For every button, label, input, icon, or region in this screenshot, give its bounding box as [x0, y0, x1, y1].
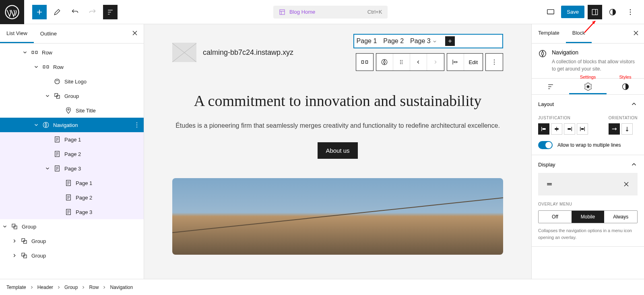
tab-template[interactable]: Template	[532, 24, 566, 43]
subtab-list[interactable]	[532, 79, 569, 94]
breadcrumb-item[interactable]: Template	[6, 285, 26, 290]
tree-page[interactable]: Page 3	[0, 205, 144, 219]
tree-page[interactable]: Page 3	[0, 161, 144, 176]
styles-toggle[interactable]	[605, 5, 620, 19]
nav-add-button[interactable]	[445, 36, 455, 46]
navigation-icon	[41, 121, 51, 129]
breadcrumb-item[interactable]: Header	[37, 285, 53, 290]
svg-rect-2	[547, 9, 554, 14]
tree-navigation[interactable]: Navigation	[0, 118, 144, 132]
overlay-always-button[interactable]: Always	[604, 211, 637, 223]
select-parent-button[interactable]	[376, 54, 393, 71]
breadcrumb-item[interactable]: Row	[89, 285, 99, 290]
svg-rect-11	[47, 66, 49, 68]
svg-point-18	[136, 125, 137, 125]
hero-button[interactable]: About us	[318, 142, 357, 159]
navigation-block[interactable]: Page 1 Page 2 Page 3	[353, 34, 503, 48]
svg-rect-33	[365, 61, 367, 64]
tab-block[interactable]: Block	[566, 24, 592, 43]
nav-item[interactable]: Page 1	[357, 37, 377, 45]
align-button[interactable]	[447, 54, 464, 71]
move-left-button[interactable]	[410, 54, 427, 71]
hero-title[interactable]: A commitment to innovation and sustainab…	[172, 91, 503, 111]
chevron-down-icon	[0, 224, 10, 229]
close-list-view[interactable]	[131, 29, 139, 37]
justify-center-button[interactable]	[551, 123, 562, 135]
tree-label: Group	[22, 224, 36, 230]
more-options-button[interactable]	[623, 5, 638, 19]
justify-right-button[interactable]	[564, 123, 575, 135]
site-title[interactable]: calming-bb7c24.instawp.xyz	[203, 48, 293, 57]
overlay-menu-label: OVERLAY MENU	[538, 202, 638, 206]
svg-point-38	[402, 62, 402, 62]
svg-point-42	[494, 62, 495, 62]
document-title-bar[interactable]: Blog Home Ctrl+K	[273, 6, 388, 19]
list-view-toggle[interactable]	[103, 5, 118, 19]
tree-item-options[interactable]	[133, 121, 140, 129]
edit-tool-button[interactable]	[50, 5, 64, 19]
move-right-button[interactable]	[427, 54, 444, 71]
close-icon	[622, 180, 630, 188]
template-icon	[279, 9, 285, 15]
overlay-mobile-button[interactable]: Mobile	[572, 211, 605, 223]
settings-sidebar-toggle[interactable]	[588, 5, 602, 19]
chevron-right-icon	[10, 238, 19, 244]
svg-rect-14	[57, 96, 60, 99]
justify-left-button[interactable]	[538, 123, 549, 135]
block-type-button[interactable]	[356, 54, 373, 71]
redo-button[interactable]	[85, 5, 100, 19]
tree-group[interactable]: Group	[0, 219, 144, 234]
nav-item[interactable]: Page 2	[383, 37, 404, 45]
tree-site-logo[interactable]: Site Logo	[0, 74, 144, 89]
tree-label: Page 2	[76, 195, 92, 201]
layout-panel-toggle[interactable]: Layout	[538, 100, 638, 108]
undo-button[interactable]	[68, 5, 82, 19]
tree-site-title[interactable]: Site Title	[0, 103, 144, 118]
drag-handle[interactable]	[393, 54, 410, 71]
tree-group[interactable]: Group	[0, 89, 144, 103]
subtab-settings[interactable]: Settings	[569, 79, 607, 94]
add-block-button[interactable]	[32, 5, 47, 19]
tree-row[interactable]: Row	[0, 60, 144, 74]
tree-page[interactable]: Page 1	[0, 132, 144, 147]
svg-point-37	[400, 62, 401, 62]
chevron-down-icon	[31, 122, 41, 128]
tree-page[interactable]: Page 2	[0, 190, 144, 205]
save-button[interactable]: Save	[561, 6, 584, 18]
shortcut-hint: Ctrl+K	[367, 9, 382, 15]
hero-image[interactable]	[172, 178, 503, 255]
close-sidebar[interactable]	[632, 29, 640, 37]
block-more-options[interactable]	[486, 54, 503, 71]
tree-label: Group	[31, 253, 46, 259]
svg-point-17	[136, 123, 137, 123]
breadcrumb: Template Header Group Row Navigation	[0, 279, 644, 295]
tree-page[interactable]: Page 1	[0, 176, 144, 190]
tab-list-view[interactable]: List View	[0, 25, 34, 43]
breadcrumb-item[interactable]: Navigation	[110, 285, 133, 290]
subtab-styles[interactable]: Styles	[607, 79, 644, 94]
edit-button[interactable]: Edit	[464, 54, 483, 71]
tree-page[interactable]: Page 2	[0, 147, 144, 161]
wordpress-logo[interactable]	[0, 0, 24, 24]
chevron-right-icon	[29, 285, 34, 290]
wrap-toggle[interactable]	[538, 141, 553, 149]
display-panel-toggle[interactable]: Display	[538, 161, 638, 168]
tab-outline[interactable]: Outline	[34, 25, 63, 42]
justify-space-button[interactable]	[577, 123, 588, 135]
svg-point-7	[630, 14, 631, 15]
hero-subtitle[interactable]: Études is a pioneering firm that seamles…	[172, 120, 503, 131]
chevron-down-icon	[31, 64, 41, 70]
page-icon	[64, 194, 73, 201]
nav-item[interactable]: Page 3	[410, 37, 437, 45]
tree-group[interactable]: Group	[0, 234, 144, 248]
editor-canvas[interactable]: calming-bb7c24.instawp.xyz Page 1 Page 2…	[144, 24, 531, 279]
view-button[interactable]	[543, 5, 558, 19]
breadcrumb-item[interactable]: Group	[64, 285, 78, 290]
orientation-horizontal-button[interactable]	[609, 123, 620, 135]
tree-row[interactable]: Row	[0, 45, 144, 60]
svg-rect-10	[43, 66, 45, 68]
overlay-off-button[interactable]: Off	[539, 211, 572, 223]
site-logo-placeholder[interactable]	[172, 43, 196, 62]
orientation-vertical-button[interactable]	[621, 123, 633, 135]
tree-group[interactable]: Group	[0, 248, 144, 263]
